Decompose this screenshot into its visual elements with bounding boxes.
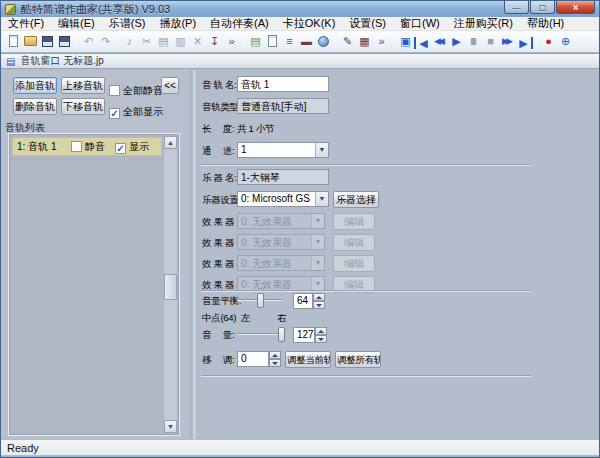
- new-file-icon[interactable]: [5, 34, 22, 50]
- adjust-current-track-button[interactable]: 调整当前轨: [285, 351, 331, 368]
- delete-track-button[interactable]: 删除音轨: [13, 98, 57, 115]
- menu-window[interactable]: 窗口(W): [393, 16, 447, 31]
- add-track-button[interactable]: 添加音轨: [13, 77, 57, 94]
- lyrics-view-icon[interactable]: [264, 34, 281, 50]
- go-start-icon[interactable]: ◀: [414, 37, 431, 49]
- instrument-set-label: 乐器设置:: [202, 194, 241, 207]
- mute-all-control: 全部静音: [109, 80, 163, 98]
- transpose-spinner[interactable]: [269, 351, 281, 367]
- menu-karaoke[interactable]: 卡拉OK(K): [276, 16, 343, 31]
- track-mute-checkbox[interactable]: [71, 141, 82, 152]
- balance-value-input[interactable]: 64: [293, 293, 313, 309]
- track-type-label: 音轨类型:: [202, 101, 241, 114]
- track-name-input[interactable]: 音轨 1: [237, 76, 329, 92]
- instrument-select-button[interactable]: 乐器选择: [333, 191, 379, 208]
- track-show-checkbox[interactable]: [115, 143, 126, 154]
- menu-help[interactable]: 帮助(H): [520, 16, 571, 31]
- menu-play[interactable]: 播放(P): [152, 16, 203, 31]
- volume-slider[interactable]: [237, 327, 285, 342]
- volume-slider-thumb[interactable]: [278, 327, 285, 342]
- overflow-chevron-icon[interactable]: »: [373, 34, 390, 50]
- forward-icon[interactable]: ▶▶: [499, 34, 516, 50]
- scroll-down-icon[interactable]: ▼: [164, 420, 177, 433]
- spin-down-icon[interactable]: [269, 359, 281, 367]
- effect-1-edit-button: 编辑: [333, 213, 375, 230]
- save-icon[interactable]: [39, 34, 56, 50]
- move-track-down-button[interactable]: 下移音轨: [61, 98, 105, 115]
- export-icon[interactable]: ↧: [206, 34, 223, 50]
- play-window-icon[interactable]: ▣: [397, 34, 414, 50]
- spin-up-icon[interactable]: [315, 327, 327, 335]
- menu-settings[interactable]: 设置(S): [342, 16, 393, 31]
- toolbar-separator: [536, 34, 537, 49]
- chevron-down-icon[interactable]: ▼: [315, 143, 328, 157]
- maximize-button[interactable]: ▢: [530, 1, 555, 14]
- go-end-icon[interactable]: ▶: [516, 37, 533, 49]
- overflow-chevron-icon[interactable]: »: [223, 34, 240, 50]
- record-icon[interactable]: ●: [540, 34, 557, 50]
- app-icon: [5, 4, 16, 15]
- length-value: 共 1 小节: [237, 123, 274, 136]
- channel-label: 通 道:: [202, 145, 234, 158]
- effect-3-select: 0: 无效果器▼: [237, 255, 325, 271]
- cut-icon: ✂: [138, 34, 155, 50]
- balance-slider-thumb[interactable]: [257, 293, 264, 308]
- keyboard-view-icon[interactable]: ▬: [298, 34, 315, 50]
- menu-register[interactable]: 注册购买(R): [447, 16, 520, 31]
- instrument-set-select[interactable]: 0: Microsoft GS▼: [237, 191, 329, 207]
- stop-icon: ■: [482, 34, 499, 50]
- play-icon[interactable]: ▶: [448, 34, 465, 50]
- adjust-all-tracks-button[interactable]: 调整所有轨: [335, 351, 381, 368]
- channel-select[interactable]: 1▼: [237, 142, 329, 158]
- section-divider: [201, 164, 531, 166]
- paste-icon: ▥: [172, 34, 189, 50]
- close-button[interactable]: ✕: [556, 1, 595, 14]
- web-icon[interactable]: [315, 34, 332, 50]
- undo-icon: ↶: [80, 34, 97, 50]
- move-track-up-button[interactable]: 上移音轨: [61, 77, 105, 94]
- track-mute-control: 静音: [71, 140, 105, 154]
- menu-score[interactable]: 乐谱(S): [102, 16, 153, 31]
- spin-down-icon[interactable]: [315, 335, 327, 343]
- scrollbar-thumb[interactable]: [164, 274, 177, 300]
- minimize-button[interactable]: —: [504, 1, 529, 14]
- collapse-panel-button[interactable]: <<: [161, 77, 179, 94]
- spin-down-icon[interactable]: [313, 301, 325, 309]
- pan-right-label: 右: [277, 312, 286, 325]
- volume-spinner[interactable]: [315, 327, 327, 343]
- track-list-scrollbar[interactable]: ▲ ▼: [164, 136, 177, 433]
- open-folder-icon[interactable]: [22, 34, 39, 50]
- staff-view-icon[interactable]: ≡: [281, 34, 298, 50]
- channel-value: 1: [241, 144, 314, 155]
- section-divider: [201, 375, 531, 377]
- piano-icon[interactable]: ▦: [356, 34, 373, 50]
- scroll-up-icon[interactable]: ▲: [164, 136, 177, 149]
- effect-2-value: 0: 无效果器: [241, 236, 310, 250]
- locate-icon[interactable]: ⊕: [557, 34, 574, 50]
- menu-file[interactable]: 文件(F): [1, 16, 51, 31]
- menu-auto-accompany[interactable]: 自动伴奏(A): [203, 16, 276, 31]
- volume-value-input[interactable]: 127: [293, 327, 315, 343]
- balance-slider[interactable]: [237, 293, 283, 308]
- score-view-icon[interactable]: ▤: [247, 34, 264, 50]
- instrument-name-field: 1-大钢琴: [237, 169, 329, 185]
- menu-edit[interactable]: 编辑(E): [51, 16, 102, 31]
- spin-up-icon[interactable]: [269, 351, 281, 359]
- transpose-input[interactable]: 0: [237, 351, 269, 367]
- balance-spinner[interactable]: [313, 293, 325, 309]
- pencil-icon[interactable]: ✎: [339, 34, 356, 50]
- track-mute-label: 静音: [85, 141, 105, 152]
- effect-3-value: 0: 无效果器: [241, 257, 310, 271]
- title-bar: 酷特简谱作曲家(共享版) V9.03 — ▢ ✕: [1, 1, 599, 17]
- track-list-item[interactable]: 1: 音轨 1 静音 显示: [12, 137, 162, 156]
- chevron-down-icon[interactable]: ▼: [315, 192, 328, 206]
- track-show-control: 显示: [115, 140, 149, 154]
- rewind-icon[interactable]: ◀◀: [431, 34, 448, 50]
- length-label: 长 度:: [202, 123, 234, 136]
- show-all-checkbox[interactable]: [109, 108, 120, 119]
- chevron-down-icon: ▼: [311, 235, 324, 249]
- save-as-icon[interactable]: [56, 34, 73, 50]
- spin-up-icon[interactable]: [313, 293, 325, 301]
- mute-all-checkbox[interactable]: [109, 85, 120, 96]
- effect-2-edit-button: 编辑: [333, 234, 375, 251]
